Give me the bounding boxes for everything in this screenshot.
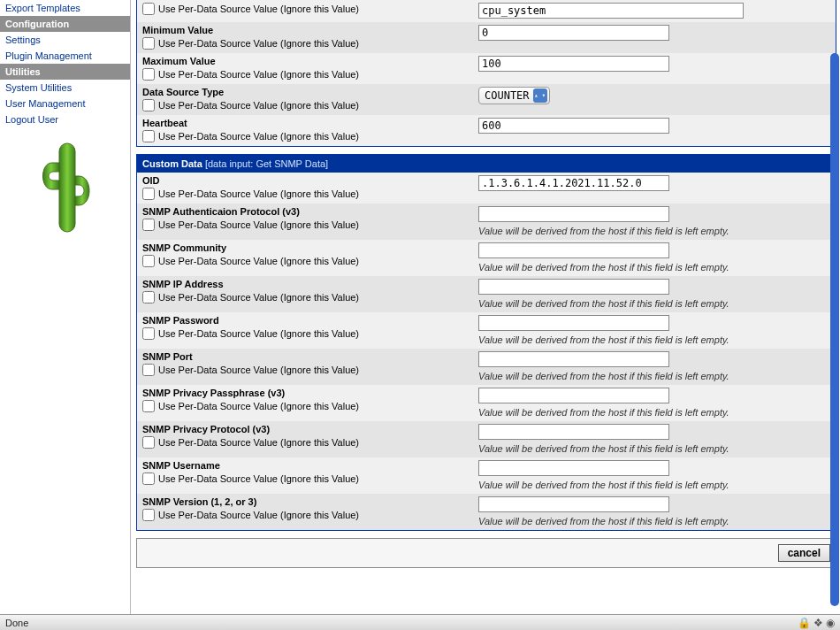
field-help-text: Value will be derived from the host if t… [478,443,830,454]
value-input[interactable] [478,118,669,134]
value-input[interactable] [478,175,669,191]
per-data-label: Use Per-Data Source Value (Ignore this V… [158,100,359,111]
cacti-logo-icon [34,136,96,235]
sidebar-item-settings[interactable]: Settings [0,32,130,48]
field-label: SNMP Authenticaion Protocol (v3) [142,206,478,217]
field-label: Maximum Value [142,56,478,66]
per-data-checkbox-wrap[interactable]: Use Per-Data Source Value (Ignore this V… [142,130,478,142]
per-data-checkbox-wrap[interactable]: Use Per-Data Source Value (Ignore this V… [142,436,478,449]
field-help-text: Value will be derived from the host if t… [478,407,830,418]
sidebar-item-system-utilities[interactable]: System Utilities [0,80,130,96]
per-data-checkbox[interactable] [142,291,155,303]
field-help-text: Value will be derived from the host if t… [478,371,830,381]
value-input[interactable] [478,242,669,258]
per-data-checkbox-wrap[interactable]: Use Per-Data Source Value (Ignore this V… [142,400,478,412]
status-text: Done [5,618,28,628]
field-label: OID [142,175,478,186]
value-input[interactable] [478,351,669,367]
value-input[interactable] [478,460,669,476]
field-label: SNMP Privacy Passphrase (v3) [142,388,478,398]
sync-icon: ◉ [826,617,835,629]
form-row: SNMP Version (1, 2, or 3)Use Per-Data So… [137,494,836,530]
per-data-checkbox-wrap[interactable]: Use Per-Data Source Value (Ignore this V… [142,255,478,267]
per-data-label: Use Per-Data Source Value (Ignore this V… [158,188,359,199]
per-data-label: Use Per-Data Source Value (Ignore this V… [158,38,359,49]
sidebar: Export Templates Configuration Settings … [0,0,131,614]
per-data-label: Use Per-Data Source Value (Ignore this V… [158,4,359,14]
form-row: SNMP Privacy Passphrase (v3)Use Per-Data… [137,385,836,421]
per-data-checkbox-wrap[interactable]: Use Per-Data Source Value (Ignore this V… [142,188,478,200]
sidebar-group-configuration: Configuration [0,16,130,32]
value-input[interactable] [478,388,669,403]
cancel-button[interactable]: cancel [778,544,830,562]
value-input[interactable] [478,424,669,440]
value-input[interactable] [478,25,669,41]
per-data-checkbox[interactable] [142,130,155,142]
form-row: Data Source TypeUse Per-Data Source Valu… [137,84,836,115]
per-data-checkbox[interactable] [142,436,155,449]
per-data-checkbox[interactable] [142,3,155,15]
scrollbar-thumb[interactable] [830,53,839,606]
value-input[interactable] [478,206,669,222]
main-content: Use Per-Data Source Value (Ignore this V… [131,0,840,614]
form-row: Use Per-Data Source Value (Ignore this V… [137,0,836,22]
field-label: Heartbeat [142,118,478,128]
per-data-checkbox[interactable] [142,509,155,521]
per-data-checkbox-wrap[interactable]: Use Per-Data Source Value (Ignore this V… [142,509,478,521]
form-row: Minimum ValueUse Per-Data Source Value (… [137,22,836,53]
status-icons: 🔒 ❖ ◉ [798,617,835,629]
per-data-label: Use Per-Data Source Value (Ignore this V… [158,365,359,375]
value-input[interactable] [478,3,744,19]
per-data-checkbox[interactable] [142,219,155,231]
form-row: SNMP Privacy Protocol (v3)Use Per-Data S… [137,421,836,457]
scrollbar[interactable] [829,0,840,614]
sidebar-item-export-templates[interactable]: Export Templates [0,0,130,16]
per-data-checkbox-wrap[interactable]: Use Per-Data Source Value (Ignore this V… [142,364,478,376]
custom-data-panel: Custom Data [data input: Get SNMP Data] … [136,154,836,531]
per-data-checkbox[interactable] [142,472,155,485]
value-input[interactable] [478,496,669,512]
per-data-label: Use Per-Data Source Value (Ignore this V… [158,437,359,448]
per-data-checkbox[interactable] [142,99,155,111]
per-data-checkbox[interactable] [142,400,155,412]
per-data-checkbox-wrap[interactable]: Use Per-Data Source Value (Ignore this V… [142,291,478,303]
per-data-checkbox-wrap[interactable]: Use Per-Data Source Value (Ignore this V… [142,3,478,15]
per-data-checkbox[interactable] [142,37,155,50]
field-help-text: Value will be derived from the host if t… [478,334,830,345]
sidebar-item-plugin-management[interactable]: Plugin Management [0,48,130,64]
per-data-label: Use Per-Data Source Value (Ignore this V… [158,473,359,484]
sidebar-item-user-management[interactable]: User Management [0,96,130,111]
value-input[interactable] [478,279,669,295]
data-source-type-dropdown[interactable]: COUNTER▴ ▾ [478,87,550,104]
per-data-label: Use Per-Data Source Value (Ignore this V… [158,219,359,230]
per-data-label: Use Per-Data Source Value (Ignore this V… [158,328,359,339]
per-data-label: Use Per-Data Source Value (Ignore this V… [158,131,359,142]
field-help-text: Value will be derived from the host if t… [478,298,830,309]
per-data-checkbox-wrap[interactable]: Use Per-Data Source Value (Ignore this V… [142,219,478,231]
per-data-checkbox-wrap[interactable]: Use Per-Data Source Value (Ignore this V… [142,472,478,485]
per-data-checkbox-wrap[interactable]: Use Per-Data Source Value (Ignore this V… [142,99,478,111]
per-data-checkbox[interactable] [142,255,155,267]
logo-wrap [0,127,130,244]
per-data-checkbox[interactable] [142,188,155,200]
field-label: SNMP Privacy Protocol (v3) [142,424,478,434]
form-row: SNMP Authenticaion Protocol (v3)Use Per-… [137,204,836,240]
value-input[interactable] [478,315,669,331]
status-bar: Done 🔒 ❖ ◉ [0,614,840,630]
field-help-text: Value will be derived from the host if t… [478,480,830,490]
per-data-checkbox-wrap[interactable]: Use Per-Data Source Value (Ignore this V… [142,327,478,340]
per-data-label: Use Per-Data Source Value (Ignore this V… [158,69,359,80]
sidebar-item-logout-user[interactable]: Logout User [0,111,130,127]
form-row: SNMP IP AddressUse Per-Data Source Value… [137,276,836,312]
per-data-checkbox[interactable] [142,68,155,81]
data-source-panel: Use Per-Data Source Value (Ignore this V… [136,0,836,147]
value-input[interactable] [478,56,669,72]
lock-icon: 🔒 [798,617,811,629]
sidebar-group-utilities: Utilities [0,64,130,80]
per-data-checkbox-wrap[interactable]: Use Per-Data Source Value (Ignore this V… [142,37,478,50]
per-data-checkbox[interactable] [142,364,155,376]
per-data-checkbox-wrap[interactable]: Use Per-Data Source Value (Ignore this V… [142,68,478,81]
per-data-checkbox[interactable] [142,327,155,340]
form-row: SNMP PasswordUse Per-Data Source Value (… [137,312,836,349]
field-help-text: Value will be derived from the host if t… [478,226,830,236]
